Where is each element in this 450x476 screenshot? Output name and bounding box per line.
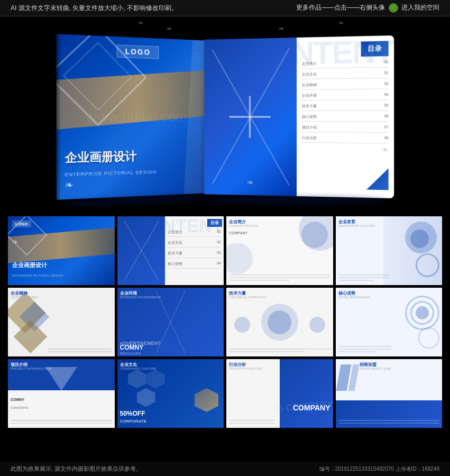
preview-item-intro[interactable]: 企业简介 /COMANY PROFILE COMPANY xyxy=(226,216,333,285)
book-spread-surface: ❧ 目录 CONTENT 企业简介01 企业文化02 企业精神03 企业环境04… xyxy=(204,35,394,198)
preview-item-core[interactable]: 核心优势 /CORE ADVANTAGES xyxy=(336,288,443,356)
main-content: ❧ ❧ LOGO ❧ www.huitiu.com 企业画册设计 xyxy=(0,16,450,436)
preview-item-toc[interactable]: 目录 CONTENT 企业简介01 企业文化02 技术力量03 核心优势04 xyxy=(117,216,224,285)
top-bar-left: AI 源文件文字未转曲, 矢量文件放大缩小, 不影响修改印刷。 xyxy=(11,4,178,13)
book-cover-surface: LOGO ❧ www.huitiu.com 企业画册设计 ENTERPRISE … xyxy=(56,34,213,200)
bottom-bar: 此图为效果展示, 源文件内摄影图片效果仅供参考。 编号：201912251333… xyxy=(0,462,450,476)
hero-section: ❧ ❧ LOGO ❧ www.huitiu.com 企业画册设计 xyxy=(8,22,442,212)
preview-item-tech[interactable]: 技术力量 /TECHNICAL STRENGTH xyxy=(226,288,333,356)
preview-item-corpculture[interactable]: 企业文化 /CORPORATE CULTURE 50%OFF CORPORATE xyxy=(117,359,224,428)
bottom-note: 此图为效果展示, 源文件内摄影图片效果仅供参考。 xyxy=(11,465,142,473)
spread-shadow xyxy=(207,196,387,204)
spread-flame-right: ❧ xyxy=(381,144,389,155)
deco-flame-top-1: ❧ xyxy=(137,19,144,27)
prev-cover-logo: LOGO xyxy=(12,221,31,227)
preview-row-2: 企业精神 /SPIRIT OF SPIRIT 企业环境 /BUSINESS EN… xyxy=(8,288,442,356)
top-bar: AI 源文件文字未转曲, 矢量文件放大缩小, 不影响修改印刷。 更多作品——点击… xyxy=(0,0,450,16)
deco-flame-top-2: ❧ xyxy=(338,19,344,27)
book-spine xyxy=(56,34,61,200)
toc-item-3: 企业精神03 xyxy=(301,81,388,90)
spread-flame: ❧ xyxy=(246,177,253,187)
space-icon[interactable]: 🌿 xyxy=(389,3,398,13)
preview-item-cover[interactable]: LOGO ❧ 企业画册设计 ENTERPRISE PICTORIAL DESIG… xyxy=(8,216,115,285)
cover-subtitle: ENTERPRISE PICTORIAL DESIGN xyxy=(65,169,156,178)
prev-cover-sub: ENTERPRISE PICTORIAL DESIGN xyxy=(12,274,63,277)
preview-item-env[interactable]: 企业环境 /BUSINESS ENVIRONMENT ADVERTISEMENT… xyxy=(117,288,224,356)
toc-item-4: 企业环境04 xyxy=(301,93,388,100)
preview-item-culture[interactable]: 企业发育 /ENTERPRISE CULTURE xyxy=(336,216,443,285)
spread-right-page: 目录 CONTENT 企业简介01 企业文化02 企业精神03 企业环境04 技… xyxy=(297,35,394,198)
preview-item-recruit[interactable]: 招商加盟 /INVESTMENTS JOIN xyxy=(336,359,443,428)
preview-item-industry[interactable]: 行业分析 /INDUSTRY ANALYSIS COMPANY xyxy=(226,359,333,428)
bottom-code: 编号：20191225133315492070 上传者ID：168248 xyxy=(319,465,439,473)
prev-project-comny: COMNY xyxy=(11,398,24,401)
deco-flame-left: ❧ xyxy=(166,24,172,33)
cover-title: 企业画册设计 xyxy=(65,149,136,167)
toc-item-8: 行业分析08 xyxy=(301,135,388,143)
toc-item-7: 项目介绍07 xyxy=(301,125,388,133)
preview-row-1: LOGO ❧ 企业画册设计 ENTERPRISE PICTORIAL DESIG… xyxy=(8,216,442,285)
book-spread: ❧ 目录 CONTENT 企业简介01 企业文化02 企业精神03 企业环境04… xyxy=(201,38,392,196)
prev-cover-title: 企业画册设计 xyxy=(12,261,47,269)
cover-flame: ❧ xyxy=(65,179,73,191)
deco-flame-right: ❧ xyxy=(278,24,284,33)
toc-item-6: 核心优势06 xyxy=(301,114,388,122)
prev-env-comny: COMNY xyxy=(120,344,144,351)
toc-item-5: 技术力量05 xyxy=(301,103,388,111)
cover-watermark-text: www.huitiu.com xyxy=(86,108,187,126)
spread-triangle xyxy=(366,168,388,190)
preview-item-project[interactable]: 项目介绍 /PROJECT INTRODUCTION COMNY CONTENT… xyxy=(8,359,115,428)
spread-left-page: ❧ xyxy=(204,38,297,196)
toc-list: 企业简介01 企业文化02 企业精神03 企业环境04 技术力量05 核心优势0… xyxy=(301,60,388,147)
top-bar-right: 更多作品——点击——右侧头像 🌿 进入我的空间 xyxy=(296,3,439,13)
prev-cover-flame: ❧ xyxy=(12,237,19,246)
toc-item-2: 企业文化02 xyxy=(301,71,388,79)
book-cover: LOGO ❧ www.huitiu.com 企业画册设计 ENTERPRISE … xyxy=(56,34,213,200)
preview-row-3: 项目介绍 /PROJECT INTRODUCTION COMNY CONTENT… xyxy=(8,359,442,428)
prev-50off: 50%OFF xyxy=(120,410,145,417)
toc-item-1: 企业简介01 xyxy=(301,60,388,69)
preview-item-spirit[interactable]: 企业精神 /SPIRIT OF SPIRIT xyxy=(8,288,115,356)
cover-logo: LOGO xyxy=(116,44,159,59)
